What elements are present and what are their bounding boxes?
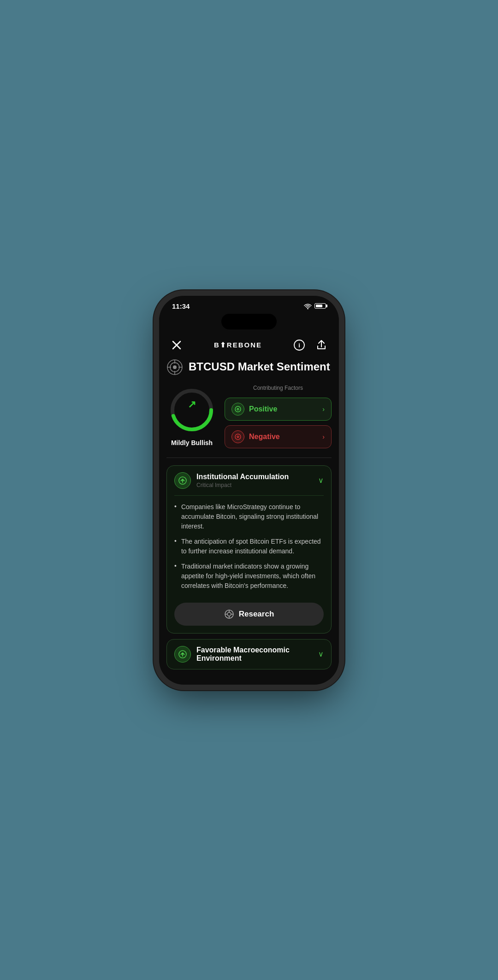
negative-icon-circle — [231, 430, 244, 443]
card-up-icon-circle — [174, 472, 191, 489]
positive-label: Positive — [249, 405, 318, 413]
phone-frame: 11:34 — [159, 296, 339, 685]
status-icons — [304, 303, 326, 309]
card-arrow-up-icon — [178, 476, 187, 485]
info-button[interactable]: i — [291, 337, 308, 353]
card2-title-col: Favorable Macroeconomic Environment — [196, 646, 313, 663]
card-title-col: Institutional Accumulation Critical Impa… — [196, 473, 313, 488]
bullet-text: The anticipation of spot Bitcoin ETFs is… — [181, 537, 324, 556]
sentiment-label: Mildly Bullish — [171, 439, 213, 446]
research-icon — [224, 609, 234, 619]
research-label: Research — [239, 610, 274, 619]
institutional-accumulation-card: Institutional Accumulation Critical Impa… — [166, 465, 332, 634]
card2-title: Favorable Macroeconomic Environment — [196, 646, 313, 663]
negative-chevron-icon: › — [322, 433, 325, 440]
factors-column: Contributing Factors Positive › — [225, 385, 332, 448]
svg-point-0 — [307, 308, 308, 309]
sentiment-gauge: ↗ — [166, 385, 217, 435]
bullet-dot: • — [174, 562, 177, 569]
positive-chevron-icon: › — [322, 405, 325, 413]
dynamic-island — [221, 314, 277, 329]
bullet-text: Companies like MicroStrategy continue to… — [181, 502, 324, 531]
wifi-icon — [304, 303, 312, 309]
info-icon: i — [293, 339, 305, 351]
macroeconomic-card: Favorable Macroeconomic Environment ∨ — [166, 639, 332, 669]
battery-icon — [314, 303, 326, 309]
negative-label: Negative — [249, 433, 318, 441]
card-collapse-icon[interactable]: ∨ — [318, 476, 324, 485]
positive-icon-circle — [231, 403, 244, 416]
section-divider — [166, 458, 332, 458]
svg-point-19 — [227, 612, 231, 616]
svg-text:i: i — [298, 342, 300, 349]
share-button[interactable] — [313, 337, 330, 353]
page-title-row: BTCUSD Market Sentiment — [166, 359, 332, 376]
bullet-dot: • — [174, 537, 177, 545]
close-button[interactable] — [168, 337, 185, 353]
card-header: Institutional Accumulation Critical Impa… — [167, 466, 331, 495]
factors-header: Contributing Factors — [225, 385, 332, 391]
share-icon — [316, 340, 327, 351]
research-button[interactable]: Research — [174, 603, 324, 626]
card2-arrow-up-icon — [178, 650, 187, 658]
status-bar: 11:34 — [159, 296, 339, 314]
bullet-item: • Traditional market indicators show a g… — [174, 562, 324, 591]
scroll-content[interactable]: BTCUSD Market Sentiment ↗ Mildly Bullish — [159, 359, 339, 685]
card2-header: Favorable Macroeconomic Environment ∨ — [167, 640, 331, 669]
target-icon — [166, 359, 183, 376]
positive-factor-button[interactable]: Positive › — [225, 398, 332, 421]
status-time: 11:34 — [172, 302, 190, 310]
svg-point-7 — [173, 365, 177, 369]
negative-factor-button[interactable]: Negative › — [225, 425, 332, 448]
phone-screen: 11:34 — [159, 296, 339, 685]
bullet-item: • The anticipation of spot Bitcoin ETFs … — [174, 537, 324, 556]
card-title: Institutional Accumulation — [196, 473, 313, 481]
card2-icon-circle — [174, 646, 191, 663]
svg-text:↗: ↗ — [188, 399, 196, 410]
app-title: B⬆REBONE — [214, 341, 262, 349]
bullet-text: Traditional market indicators show a gro… — [181, 562, 324, 591]
close-icon — [172, 340, 181, 350]
card2-collapse-icon[interactable]: ∨ — [318, 650, 324, 658]
nav-right-actions: i — [291, 337, 330, 353]
sentiment-section: ↗ Mildly Bullish Contributing Factors — [166, 385, 332, 448]
arrow-down-icon — [235, 434, 241, 440]
nav-bar: B⬆REBONE i — [159, 333, 339, 359]
arrow-up-icon — [235, 406, 241, 412]
card-subtitle: Critical Impact — [196, 482, 313, 488]
bullet-dot: • — [174, 503, 177, 510]
gauge-container: ↗ Mildly Bullish — [166, 385, 217, 446]
page-title: BTCUSD Market Sentiment — [189, 360, 330, 374]
card-body: • Companies like MicroStrategy continue … — [167, 496, 331, 603]
bullet-item: • Companies like MicroStrategy continue … — [174, 502, 324, 531]
